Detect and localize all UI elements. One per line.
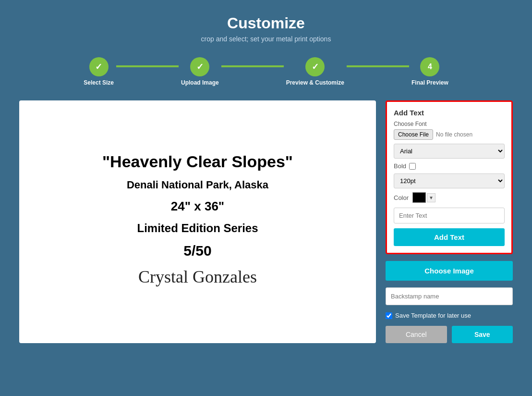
save-template-checkbox[interactable] xyxy=(386,312,392,319)
page-title: Customize xyxy=(0,14,532,32)
step-circle-2 xyxy=(190,57,209,76)
step-circle-4: 4 xyxy=(420,57,439,76)
header: Customize crop and select; set your meta… xyxy=(0,0,532,52)
save-template-row: Save Template for later use xyxy=(386,312,513,319)
step-label-4: Final Preview xyxy=(411,79,448,86)
font-select[interactable]: Arial Times New Roman Helvetica Georgia xyxy=(394,144,505,159)
preview-line2: Denali National Park, Alaska xyxy=(127,179,268,191)
enter-text-input[interactable] xyxy=(394,208,505,223)
color-label: Color xyxy=(394,194,409,201)
choose-font-row: Choose File No file chosen xyxy=(394,129,505,140)
save-button[interactable]: Save xyxy=(452,326,513,343)
preview-line3: 24" x 36" xyxy=(171,199,224,214)
preview-signature: Crystal Gonzales xyxy=(138,267,257,287)
step-upload-image: Upload Image xyxy=(181,57,219,86)
step-label-2: Upload Image xyxy=(181,79,219,86)
add-text-title: Add Text xyxy=(394,109,505,117)
step-select-size: Select Size xyxy=(84,57,114,86)
preview-line4: Limited Edition Series xyxy=(137,222,258,235)
choose-image-button[interactable]: Choose Image xyxy=(386,261,513,281)
step-line-2 xyxy=(221,65,284,67)
step-circle-1 xyxy=(89,57,109,76)
add-text-box: Add Text Choose Font Choose File No file… xyxy=(386,100,513,254)
step-label-1: Select Size xyxy=(84,79,114,86)
bold-label: Bold xyxy=(394,162,406,170)
backstamp-input[interactable] xyxy=(386,287,513,305)
color-picker-wrapper[interactable]: ▼ xyxy=(412,192,435,203)
step-label-3: Preview & Customize xyxy=(286,79,344,86)
step-line-1 xyxy=(116,65,179,67)
main-content: "Heavenly Clear Slopes" Denali National … xyxy=(0,100,532,353)
steps-container: Select Size Upload Image Preview & Custo… xyxy=(0,52,532,100)
color-dropdown-arrow[interactable]: ▼ xyxy=(427,193,435,202)
preview-card: "Heavenly Clear Slopes" Denali National … xyxy=(19,100,376,343)
step-preview-customize: Preview & Customize xyxy=(286,57,344,86)
cancel-button[interactable]: Cancel xyxy=(386,326,447,343)
no-file-text: No file chosen xyxy=(436,131,472,138)
page-subtitle: crop and select; set your metal print op… xyxy=(0,35,532,43)
preview-line5: 5/50 xyxy=(183,243,211,259)
step-final-preview: 4 Final Preview xyxy=(411,57,448,86)
bottom-buttons: Cancel Save xyxy=(386,326,513,343)
step-line-3 xyxy=(347,65,409,67)
size-select[interactable]: 60pt 80pt 100pt 120pt 140pt 160pt xyxy=(394,173,505,188)
choose-file-button[interactable]: Choose File xyxy=(394,129,433,140)
step-wrapper: Select Size Upload Image Preview & Custo… xyxy=(84,57,448,86)
choose-font-label: Choose Font xyxy=(394,121,505,127)
color-row: Color ▼ xyxy=(394,192,505,203)
color-swatch xyxy=(412,192,426,203)
step-circle-3 xyxy=(305,57,325,76)
preview-line1: "Heavenly Clear Slopes" xyxy=(102,152,293,171)
save-template-label: Save Template for later use xyxy=(395,312,471,319)
right-panel: Add Text Choose Font Choose File No file… xyxy=(386,100,513,343)
bold-checkbox[interactable] xyxy=(409,163,416,170)
add-text-button[interactable]: Add Text xyxy=(394,228,505,246)
bold-row: Bold xyxy=(394,162,505,170)
